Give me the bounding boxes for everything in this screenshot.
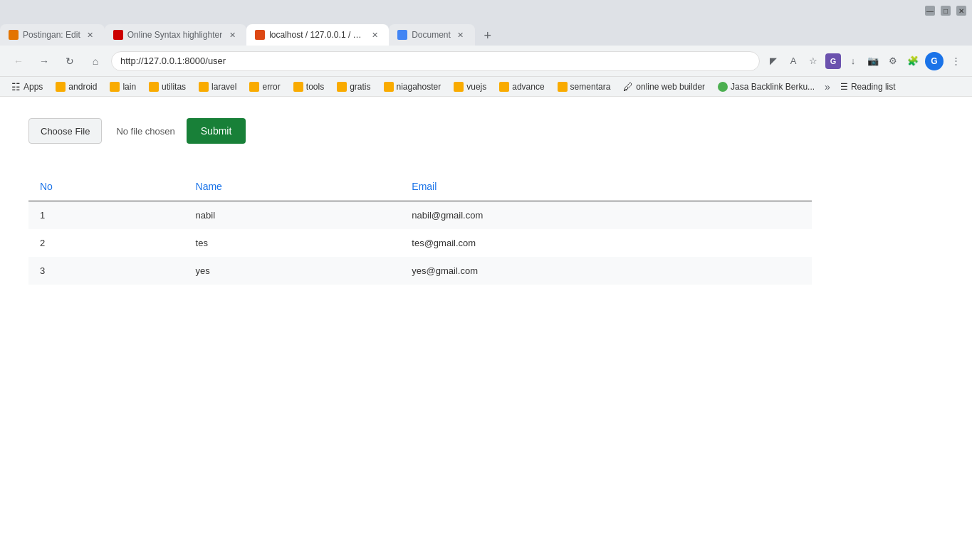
cell-name: tes xyxy=(184,229,401,257)
cell-no: 2 xyxy=(28,229,184,257)
camera-icon[interactable]: 📷 xyxy=(865,53,881,69)
cell-no: 3 xyxy=(28,257,184,285)
home-button[interactable]: ⌂ xyxy=(85,51,105,71)
extensions-icon[interactable]: ⚙ xyxy=(885,53,901,69)
tab-document-close[interactable]: ✕ xyxy=(455,29,466,41)
bookmark-onlinewebbuilder-label: online web builder xyxy=(636,82,705,92)
submit-button[interactable]: Submit xyxy=(187,118,246,144)
bookmark-star-icon[interactable]: ☆ xyxy=(805,53,821,69)
close-button[interactable]: ✕ xyxy=(956,6,966,16)
translate-icon[interactable]: A xyxy=(785,53,801,69)
menu-icon[interactable]: ⋮ xyxy=(948,53,963,69)
bookmark-advance[interactable]: advance xyxy=(493,80,550,93)
tab-postingan[interactable]: Postingan: Edit ✕ xyxy=(0,24,105,46)
file-name-label: No file chosen xyxy=(116,126,174,137)
cell-name: nabil xyxy=(184,201,401,230)
bookmark-vuejs-label: vuejs xyxy=(466,82,486,92)
bookmark-vuejs[interactable]: vuejs xyxy=(448,80,492,93)
col-header-name: Name xyxy=(184,172,401,201)
tab-syntax-close[interactable]: ✕ xyxy=(226,29,238,41)
new-tab-button[interactable]: + xyxy=(478,26,498,46)
bookmark-sementara[interactable]: sementara xyxy=(552,80,617,93)
titlebar: — □ ✕ xyxy=(0,0,972,21)
downloads-icon[interactable]: ↓ xyxy=(845,53,861,69)
table-row: 3yesyes@gmail.com xyxy=(28,257,812,285)
cell-name: yes xyxy=(184,257,401,285)
tabbar: Postingan: Edit ✕ Online Syntax highligh… xyxy=(0,21,972,46)
tab-favicon-laravel xyxy=(255,30,265,40)
upload-area: Choose File No file chosen Submit xyxy=(28,118,944,144)
apps-grid-icon: ☷ xyxy=(11,81,21,93)
tab-syntax-label: Online Syntax highlighter xyxy=(127,30,222,40)
bookmark-laravel[interactable]: laravel xyxy=(193,80,242,93)
bookmark-apps-label: Apps xyxy=(23,82,43,92)
reading-list-icon: ☰ xyxy=(840,82,848,92)
extension-icon[interactable]: G xyxy=(825,53,841,69)
addressbar: ← → ↻ ⌂ http://127.0.0.1:8000/user ◤ A ☆… xyxy=(0,46,972,77)
tab-laravel-label: localhost / 127.0.0.1 / u: ... xyxy=(269,30,365,40)
bookmark-gratis[interactable]: gratis xyxy=(331,80,376,93)
bookmark-android-icon xyxy=(56,82,66,92)
browser-window: — □ ✕ Postingan: Edit ✕ Online Syntax hi… xyxy=(0,0,972,560)
page-content: Choose File No file chosen Submit No Nam… xyxy=(0,97,972,560)
bookmark-tools-label: tools xyxy=(306,82,324,92)
minimize-button[interactable]: — xyxy=(925,6,935,16)
bookmark-tools[interactable]: tools xyxy=(288,80,330,93)
tab-syntax[interactable]: Online Syntax highlighter ✕ xyxy=(105,24,246,46)
table-row: 1nabilnabil@gmail.com xyxy=(28,201,812,230)
tab-postingan-close[interactable]: ✕ xyxy=(85,29,96,41)
bookmark-niagahoster[interactable]: niagahoster xyxy=(378,80,447,93)
data-table: No Name Email 1nabilnabil@gmail.com2test… xyxy=(28,172,812,285)
window-controls: — □ ✕ xyxy=(925,6,966,16)
cell-no: 1 xyxy=(28,201,184,230)
bookmark-advance-label: advance xyxy=(512,82,544,92)
tab-laravel[interactable]: localhost / 127.0.0.1 / u: ... ✕ xyxy=(246,24,389,46)
url-text: http://127.0.0.1:8000/user xyxy=(120,56,226,66)
bookmark-error-label: error xyxy=(262,82,280,92)
cell-email: tes@gmail.com xyxy=(400,229,812,257)
reading-list-button[interactable]: ☰ Reading list xyxy=(835,80,902,93)
tab-favicon-syntax xyxy=(113,30,123,40)
url-bar[interactable]: http://127.0.0.1:8000/user xyxy=(111,51,760,71)
bookmark-onlinewebbuilder-icon: 🖊 xyxy=(623,81,633,93)
bookmark-advance-icon xyxy=(499,82,509,92)
puzzle-icon[interactable]: 🧩 xyxy=(905,53,921,69)
bookmark-apps[interactable]: ☷ Apps xyxy=(6,80,48,94)
bookmark-lain[interactable]: lain xyxy=(104,80,142,93)
bookmark-android[interactable]: android xyxy=(50,80,103,93)
table-row: 2testes@gmail.com xyxy=(28,229,812,257)
bookmark-lain-label: lain xyxy=(122,82,136,92)
bookmark-error[interactable]: error xyxy=(244,80,286,93)
bookmark-jasa[interactable]: Jasa Backlink Berku... xyxy=(712,80,820,93)
bookmark-lain-icon xyxy=(110,82,120,92)
choose-file-button[interactable]: Choose File xyxy=(28,118,102,144)
reload-button[interactable]: ↻ xyxy=(60,51,80,71)
bookmark-niagahoster-label: niagahoster xyxy=(397,82,441,92)
bookmark-onlinewebbuilder[interactable]: 🖊 online web builder xyxy=(617,80,711,94)
col-header-email: Email xyxy=(400,172,812,201)
table-header-row: No Name Email xyxy=(28,172,812,201)
bookmark-gratis-icon xyxy=(337,82,347,92)
cast-icon[interactable]: ◤ xyxy=(765,53,781,69)
bookmark-niagahoster-icon xyxy=(384,82,394,92)
back-button[interactable]: ← xyxy=(9,51,28,71)
forward-button[interactable]: → xyxy=(34,51,54,71)
tab-favicon-postingan xyxy=(9,30,19,40)
bookmark-android-label: android xyxy=(68,82,97,92)
maximize-button[interactable]: □ xyxy=(941,6,951,16)
bookmark-jasa-icon xyxy=(718,82,728,92)
bookmark-jasa-label: Jasa Backlink Berku... xyxy=(731,82,815,92)
bookmark-error-icon xyxy=(249,82,259,92)
more-bookmarks-button[interactable]: » xyxy=(822,80,833,94)
bookmark-laravel-icon xyxy=(199,82,209,92)
col-header-no: No xyxy=(28,172,184,201)
bookmark-utilitas-icon xyxy=(149,82,159,92)
bookmarks-bar: ☷ Apps android lain utilitas laravel err… xyxy=(0,77,972,97)
tab-document[interactable]: Document ✕ xyxy=(389,24,475,46)
bookmark-tools-icon xyxy=(293,82,303,92)
bookmark-utilitas-label: utilitas xyxy=(162,82,186,92)
profile-icon[interactable]: G xyxy=(925,52,944,70)
tab-document-label: Document xyxy=(412,30,451,40)
bookmark-utilitas[interactable]: utilitas xyxy=(143,80,192,93)
tab-laravel-close[interactable]: ✕ xyxy=(369,29,380,41)
